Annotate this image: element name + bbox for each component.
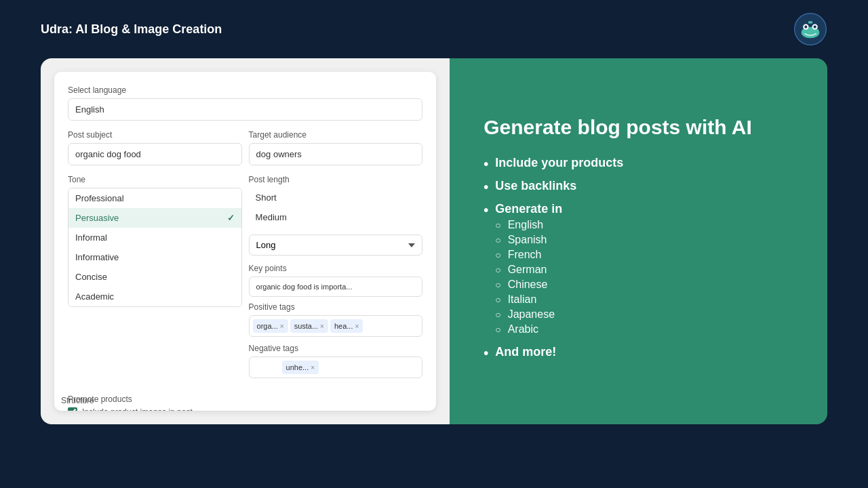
- tone-persuasive[interactable]: Persuasive: [68, 208, 241, 228]
- feature-item-backlinks: Use backlinks: [484, 179, 793, 195]
- post-subject-input[interactable]: [68, 143, 242, 165]
- key-points-label: Key points: [249, 264, 423, 273]
- svg-point-4: [804, 26, 807, 28]
- post-length-label: Post length: [249, 175, 423, 184]
- tag-susta: susta... ×: [290, 319, 328, 333]
- lang-italian-text: Italian: [508, 293, 537, 306]
- include-images-label: Include product images in post: [82, 407, 193, 411]
- lang-arabic: Arabic: [495, 323, 562, 336]
- negative-tags-section: Negative tags unhe... ×: [249, 344, 423, 378]
- lang-german: German: [495, 264, 562, 276]
- tone-informative[interactable]: Informative: [68, 247, 241, 267]
- negative-tags-container: unhe... ×: [249, 357, 423, 378]
- post-subject-label: Post subject: [68, 130, 242, 140]
- header: Udra: AI Blog & Image Creation: [0, 0, 868, 58]
- post-subject-col: Post subject: [68, 130, 242, 165]
- tone-list: Professional Persuasive Informal Informa…: [68, 188, 242, 307]
- lang-french-text: French: [508, 249, 542, 261]
- promote-products-section: Promote products Include product images …: [68, 394, 422, 411]
- main-card: Select language Post subject Target audi…: [41, 58, 827, 424]
- structure-label: Structure: [61, 396, 94, 405]
- feature-backlinks-text: Use backlinks: [495, 179, 576, 193]
- tone-informal[interactable]: Informal: [68, 228, 241, 247]
- lang-chinese-text: Chinese: [508, 279, 548, 291]
- tone-concise[interactable]: Concise: [68, 267, 241, 287]
- key-points-section: Key points: [249, 264, 423, 302]
- generate-block: Generate in English Spanish French Germa…: [495, 202, 562, 338]
- feature-item-generate: Generate in English Spanish French Germa…: [484, 202, 793, 338]
- right-panel-title: Generate blog posts with AI: [484, 115, 793, 140]
- app-title: Udra: AI Blog & Image Creation: [41, 22, 222, 37]
- generate-text: Generate in: [495, 202, 562, 216]
- feature-item-products: Include your products: [484, 156, 793, 172]
- tag-susta-close[interactable]: ×: [320, 323, 324, 330]
- tag-hea-close[interactable]: ×: [355, 323, 359, 330]
- positive-tags-label: Positive tags: [249, 302, 423, 312]
- subject-audience-row: Post subject Target audience: [68, 130, 422, 165]
- lang-spanish-text: Spanish: [508, 234, 547, 246]
- feature-more-text: And more!: [495, 345, 556, 359]
- include-images-row: Include product images in post: [68, 407, 422, 411]
- length-short: Short: [249, 188, 423, 207]
- tag-unhe: unhe... ×: [282, 361, 319, 374]
- lang-german-text: German: [508, 264, 547, 276]
- right-panel: Generate blog posts with AI Include your…: [450, 58, 827, 424]
- lang-french: French: [495, 249, 562, 261]
- language-section: Select language: [68, 85, 422, 130]
- tone-professional[interactable]: Professional: [68, 188, 241, 208]
- app-logo-icon: [793, 12, 827, 46]
- length-medium: Medium: [249, 207, 423, 227]
- feature-products-text: Include your products: [495, 156, 623, 170]
- target-audience-col: Target audience: [249, 130, 423, 165]
- lang-japanese: Japanese: [495, 308, 562, 321]
- lang-japanese-text: Japanese: [508, 308, 555, 321]
- language-label: Select language: [68, 85, 422, 95]
- key-points-input[interactable]: [249, 277, 423, 297]
- positive-tags-section: Positive tags orga... × susta... × hea..…: [249, 302, 423, 337]
- target-audience-label: Target audience: [249, 130, 423, 140]
- negative-tags-input[interactable]: [253, 361, 280, 374]
- lang-english: English: [495, 219, 562, 231]
- include-images-checkbox[interactable]: [68, 407, 77, 411]
- svg-rect-6: [808, 21, 813, 23]
- tag-orga: orga... ×: [253, 319, 288, 333]
- positive-tags-container: orga... × susta... × hea... ×: [249, 315, 423, 337]
- lang-english-text: English: [508, 219, 543, 231]
- lang-italian: Italian: [495, 293, 562, 306]
- target-audience-input[interactable]: [249, 143, 423, 165]
- languages-sub-list: English Spanish French German Chinese It…: [495, 219, 562, 338]
- tone-label: Tone: [68, 175, 242, 184]
- promote-products-label: Promote products: [68, 394, 422, 404]
- form-container: Select language Post subject Target audi…: [54, 72, 436, 411]
- tag-orga-close[interactable]: ×: [280, 323, 284, 330]
- svg-point-5: [814, 26, 816, 28]
- tone-academic[interactable]: Academic: [68, 287, 241, 306]
- features-list: Include your products Use backlinks Gene…: [484, 156, 793, 368]
- language-input[interactable]: [68, 98, 422, 121]
- post-length-section: Post length Short Medium Short Medium Lo…: [249, 175, 423, 385]
- lang-chinese: Chinese: [495, 279, 562, 291]
- tag-hea: hea... ×: [330, 319, 363, 333]
- feature-item-more: And more!: [484, 345, 793, 361]
- tone-section: Tone Professional Persuasive Informal In…: [68, 175, 242, 385]
- length-select[interactable]: Short Medium Long: [249, 235, 423, 256]
- lang-arabic-text: Arabic: [508, 323, 538, 336]
- left-panel: Select language Post subject Target audi…: [41, 58, 450, 424]
- lang-spanish: Spanish: [495, 234, 562, 246]
- tone-length-row: Tone Professional Persuasive Informal In…: [68, 175, 422, 385]
- tag-unhe-close[interactable]: ×: [311, 364, 315, 371]
- negative-tags-label: Negative tags: [249, 344, 423, 353]
